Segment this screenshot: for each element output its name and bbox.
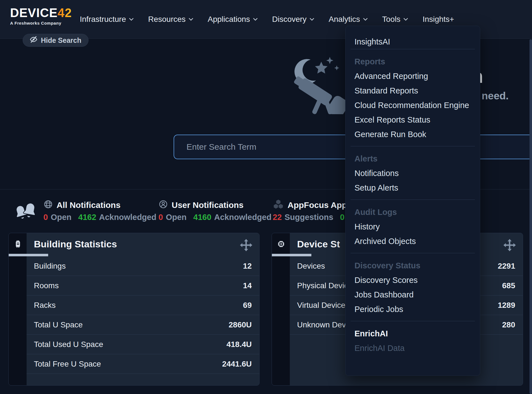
star-icon — [315, 62, 328, 74]
notification-counts: 0Open 4162Acknowledged — [43, 212, 163, 222]
nav-insights-plus[interactable]: Insights+ — [423, 15, 454, 24]
menu-header-audit-logs: Audit Logs — [346, 205, 480, 219]
menu-item-history[interactable]: History — [346, 219, 480, 234]
notification-counts: 0Open 4160Acknowledged — [158, 212, 278, 222]
menu-item-standard-reports[interactable]: Standard Reports — [346, 83, 480, 98]
menu-divider — [351, 200, 475, 200]
sparkle-icon — [326, 57, 333, 64]
menu-item-archived-objects[interactable]: Archived Objects — [346, 234, 480, 248]
telescope-illustration — [290, 54, 346, 115]
card-title: Device St — [297, 239, 340, 250]
building-statistics-card: Building Statistics Buildings12 Rooms14 … — [8, 233, 260, 386]
hide-search-button[interactable]: Hide Search — [23, 34, 88, 47]
chevron-down-icon — [129, 18, 134, 21]
nav-discovery[interactable]: Discovery — [272, 15, 314, 24]
device42-dashboard: DEVICE42 A Freshworks Company Infrastruc… — [0, 0, 532, 394]
menu-item-advanced-reporting[interactable]: Advanced Reporting — [346, 69, 480, 83]
sparkle-icon — [334, 65, 339, 71]
card-title: Building Statistics — [34, 239, 117, 250]
notifications-bell-icon — [13, 199, 38, 224]
brand-wordmark: DEVICE42 — [10, 7, 72, 19]
menu-item-generate-run-book[interactable]: Generate Run Book — [346, 127, 480, 142]
analytics-dropdown-menu: InsightsAI Reports Advanced Reporting St… — [345, 26, 480, 376]
nav-applications[interactable]: Applications — [208, 15, 258, 24]
search-placeholder: Enter Search Term — [186, 135, 256, 159]
building-icon — [13, 239, 23, 250]
menu-divider — [351, 146, 475, 146]
menu-header-discovery-status: Discovery Status — [346, 258, 480, 273]
page-scrollbar[interactable] — [529, 39, 532, 394]
chevron-down-icon — [253, 18, 258, 21]
card-accent-bar — [272, 254, 311, 256]
eye-off-icon — [30, 36, 38, 45]
chevron-down-icon — [310, 18, 314, 21]
chevron-down-icon — [189, 18, 193, 21]
brand-tagline: A Freshworks Company — [10, 21, 72, 25]
menu-item-insightsai[interactable]: InsightsAI — [346, 34, 480, 49]
menu-item-notifications[interactable]: Notifications — [346, 166, 480, 180]
notification-group-title: User Notifications — [172, 200, 244, 210]
menu-header-reports: Reports — [346, 54, 480, 69]
globe-icon — [43, 200, 53, 211]
nav-resources[interactable]: Resources — [148, 15, 193, 24]
user-notifications-summary[interactable]: User Notifications 0Open 4160Acknowledge… — [158, 200, 278, 222]
menu-item-periodic-jobs[interactable]: Periodic Jobs — [346, 302, 480, 316]
notification-group-title: All Notifications — [57, 200, 120, 210]
notification-group-title: AppFocus App — [288, 200, 347, 210]
move-icon[interactable] — [503, 239, 516, 253]
menu-item-setup-alerts[interactable]: Setup Alerts — [346, 180, 480, 195]
nav-tools[interactable]: Tools — [382, 15, 408, 24]
menu-item-cloud-recommendation-engine[interactable]: Cloud Recommendation Engine — [346, 98, 480, 112]
hidden-subheading-fragment: need. — [482, 91, 509, 101]
menu-divider — [351, 253, 475, 253]
move-icon[interactable] — [240, 239, 253, 253]
menu-header-enrichai: EnrichAI — [346, 326, 480, 341]
chevron-down-icon — [403, 18, 408, 21]
chip-icon — [276, 239, 286, 250]
menu-divider — [351, 49, 475, 49]
menu-divider — [351, 321, 475, 321]
table-row[interactable]: Total Used U Space418.4U — [27, 335, 259, 354]
card-accent-bar — [9, 254, 48, 256]
menu-item-enrichai-data[interactable]: EnrichAI Data — [346, 341, 480, 355]
menu-item-jobs-dashboard[interactable]: Jobs Dashboard — [346, 287, 480, 302]
building-statistics-table: Buildings12 Rooms14 Racks69 Total U Spac… — [27, 256, 259, 374]
nav-infrastructure[interactable]: Infrastructure — [80, 15, 134, 24]
table-row[interactable]: Rooms14 — [27, 276, 259, 296]
table-row[interactable]: Buildings12 — [27, 256, 259, 276]
user-icon — [158, 200, 168, 211]
menu-header-alerts: Alerts — [346, 151, 480, 166]
cubes-icon — [273, 199, 284, 212]
menu-item-discovery-scores[interactable]: Discovery Scores — [346, 273, 480, 287]
nav-analytics[interactable]: Analytics — [329, 15, 368, 24]
table-row[interactable]: Total Free U Space2441.6U — [27, 354, 259, 374]
table-row[interactable]: Racks69 — [27, 296, 259, 315]
brand-logo[interactable]: DEVICE42 A Freshworks Company — [10, 7, 72, 25]
table-row[interactable]: Total U Space2860U — [27, 315, 259, 335]
chevron-down-icon — [363, 18, 368, 21]
all-notifications-summary[interactable]: All Notifications 0Open 4162Acknowledged — [43, 200, 163, 222]
menu-item-excel-reports-status[interactable]: Excel Reports Status — [346, 112, 480, 127]
